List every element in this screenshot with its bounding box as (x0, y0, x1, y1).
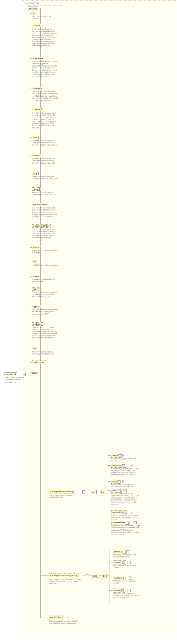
attr-typeuri[interactable]: typeuri (32, 305, 41, 308)
attr-desc: If the property value is not defined, sp… (32, 28, 58, 47)
choice-icon (100, 490, 105, 494)
attr-pubconstraint[interactable]: pubconstraint (32, 203, 48, 206)
group-conceptdefinition[interactable]: ConceptDefinitionGroup (49, 490, 75, 493)
connector (40, 576, 49, 576)
attr-why[interactable]: why (32, 172, 39, 175)
connector (78, 492, 82, 492)
element-name[interactable]: name (111, 454, 122, 458)
element-hierarchyInfo[interactable]: hierarchyInfo (111, 521, 130, 525)
complex-content-icon (117, 480, 120, 483)
connector (109, 562, 113, 562)
any-other-attr[interactable]: any ##other (32, 361, 46, 364)
expand-toggle[interactable] (129, 577, 132, 580)
element-desc: A link to an item or a web resource whic… (111, 514, 141, 521)
connector (108, 454, 108, 534)
element-memberOf[interactable]: memberOf (5, 372, 17, 376)
attr-type[interactable]: type (32, 287, 39, 291)
expand-toggle[interactable] (86, 574, 89, 577)
group-conceptrelationships-desc: A group of properties required to indica… (49, 579, 82, 585)
attr-how[interactable]: how (32, 136, 39, 139)
cardinality: 0..∞ (102, 578, 105, 580)
element-note[interactable]: note (111, 480, 121, 484)
connector (99, 576, 102, 576)
expand-toggle[interactable] (82, 490, 85, 493)
attr-desc: A qualified code which identifies a conc… (32, 250, 58, 254)
element-related[interactable]: related (113, 589, 125, 593)
connector (89, 576, 92, 576)
complex-content-icon (124, 511, 126, 514)
expand-toggle[interactable] (122, 454, 125, 457)
expand-toggle[interactable] (130, 511, 133, 514)
attr-id[interactable]: id (32, 12, 36, 15)
group-conceptdefinition-desc: A group of properties required to define… (49, 495, 79, 499)
expand-toggle[interactable] (134, 521, 137, 524)
attr-desc: A free-text value assigned as property v… (32, 279, 58, 283)
connector (30, 156, 32, 156)
attr-desc: Indicates by which means the value was e… (32, 140, 58, 146)
complex-content-icon (119, 454, 121, 457)
element-remoteInfo[interactable]: remoteInfo (111, 510, 127, 514)
attr-desc: A URI which identifies a concept. (32, 264, 58, 266)
attr-desc: The date (and, optionally, the time) whe… (32, 91, 58, 101)
expand-toggle[interactable] (130, 464, 133, 467)
connector (108, 465, 111, 466)
element-desc: Additional natural language information … (111, 484, 141, 488)
connector (109, 578, 113, 578)
attr-literal[interactable]: literal (32, 275, 40, 278)
attr-whyuri[interactable]: whyuri (32, 187, 41, 191)
attr-custom[interactable]: custom (32, 108, 42, 111)
expand-toggle[interactable] (23, 373, 26, 376)
connector (108, 481, 111, 482)
element-sameAs[interactable]: sameAs (113, 550, 126, 554)
attributes-header: attributes (28, 7, 38, 10)
attr-uri[interactable]: uri (32, 260, 37, 263)
attr-qcode[interactable]: qcode (32, 246, 41, 249)
expand-toggle[interactable] (128, 561, 131, 564)
connector (30, 189, 32, 189)
connector (108, 523, 111, 523)
expand-toggle[interactable] (124, 489, 127, 492)
attr-desc: One or many constraints that apply to pu… (32, 207, 58, 218)
connector (30, 289, 32, 289)
element-desc: An identifier of a concept with equivale… (113, 554, 142, 558)
attr-desc: One or many constraints that apply to pu… (32, 228, 58, 239)
connector (30, 174, 32, 174)
connector (108, 490, 111, 491)
complex-content-icon (123, 551, 125, 553)
expand-toggle[interactable] (122, 480, 125, 483)
connector (30, 89, 32, 89)
attr-desc: Specifies the language of this property … (32, 326, 58, 339)
attr-howuri[interactable]: howuri (32, 154, 41, 157)
complex-content-icon (121, 589, 124, 592)
connector (30, 362, 32, 363)
connector (30, 307, 32, 307)
complex-content-icon (123, 577, 126, 579)
element-broader[interactable]: broader (113, 560, 126, 564)
expand-toggle[interactable] (128, 589, 131, 592)
connector (109, 552, 113, 552)
connector (30, 226, 32, 226)
element-desc: A related concept, where the relationshi… (113, 593, 142, 599)
connector (109, 550, 109, 603)
connector (30, 26, 32, 26)
attr-dir[interactable]: dir (32, 347, 37, 350)
attr-pubconstrainturi[interactable]: pubconstrainturi (32, 224, 51, 228)
cardinality: 0..∞ (66, 617, 69, 618)
connector (83, 576, 86, 576)
connector (97, 492, 100, 492)
connector (108, 512, 111, 512)
attr-xml-lang[interactable]: xml:lang (32, 322, 43, 326)
attr-creator[interactable]: creator (32, 24, 41, 27)
attr-modified[interactable]: modified (32, 87, 43, 90)
expand-toggle[interactable] (126, 550, 129, 553)
connector (30, 349, 32, 349)
connector (30, 324, 32, 324)
group-conceptrelationships[interactable]: ConceptRelationshipsGroup (49, 574, 79, 577)
element-definition[interactable]: definition (111, 464, 126, 468)
attr-creatoruri[interactable]: creatoruri (32, 57, 44, 60)
element-facet[interactable]: facet (111, 489, 122, 493)
attr-desc: Why the metadata has been included - exp… (32, 176, 58, 180)
element-narrower[interactable]: narrower (113, 576, 127, 580)
attr-desc: Why the metadata has been included - exp… (32, 191, 58, 196)
any-other[interactable]: any ##other (49, 615, 63, 619)
